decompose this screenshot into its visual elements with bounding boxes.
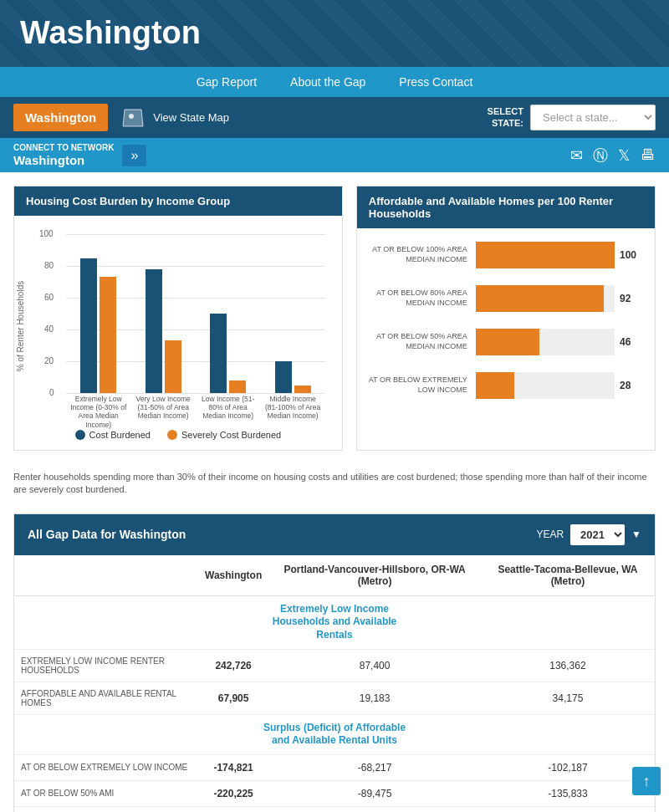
connect-label: CONNECT TO NETWORK [13,143,114,153]
connect-row: CONNECT TO NETWORK Washington » ✉ Ⓝ 𝕏 🖶 [0,138,669,172]
connect-arrows-button[interactable]: » [122,145,146,166]
email-icon[interactable]: ✉ [570,146,583,165]
horiz-bar-wrap-100ami: 100 [476,242,645,268]
cell-deficit-eli-wa: -174,821 [198,754,268,780]
horiz-label-80ami: AT OR BELOW 80% AREA MEDIAN INCOME [367,289,467,308]
horiz-bar-bg-100ami [476,242,615,268]
table-row: EXTREMELY LOW INCOME RENTER HOUSEHOLDS 2… [14,649,655,682]
state-badge: Washington [13,104,108,131]
chart-note: Renter households spending more than 30%… [13,464,656,500]
horiz-label-50ami: AT OR BELOW 50% AREA MEDIAN INCOME [367,332,467,351]
horiz-bar-eli: AT OR BELOW EXTREMELY LOW INCOME 28 [367,372,645,399]
row-label-eli-households: EXTREMELY LOW INCOME RENTER HOUSEHOLDS [14,649,198,682]
view-map-button[interactable]: View State Map [118,106,477,130]
cell-eli-households-portland: 87,400 [268,649,481,682]
table-row: Extremely Low IncomeHouseholds and Avail… [14,595,655,649]
x-label-4: Middle Income (81-100% of Area Median In… [263,395,322,426]
housing-cost-chart-body: % of Renter Households 100 80 60 40 [14,216,342,450]
nav-press-contact[interactable]: Press Contact [399,75,472,89]
cell-deficit-eli-seattle: -102,187 [481,754,655,780]
horiz-bar-fill-100ami [476,242,615,268]
bar-group-4 [275,234,311,393]
horiz-bar-100ami: AT OR BELOW 100% AREA MEDIAN INCOME 100 [367,242,645,268]
y-tick-40: 40 [44,324,54,334]
connect-state: Washington [13,153,114,167]
horiz-value-100ami: 100 [620,249,645,261]
x-labels: Extremely Low Income (0-30% of Area Medi… [66,395,325,426]
twitter-icon[interactable]: 𝕏 [618,146,631,165]
select-state-label: SELECTSTATE: [488,106,523,128]
bars-area [66,234,325,393]
horiz-bar-50ami: AT OR BELOW 50% AREA MEDIAN INCOME 46 [367,329,645,355]
select-state-area: SELECTSTATE: Select a state... [488,105,656,130]
cell-affordable-rentals-wa: 67,905 [198,682,268,714]
main-content: Housing Cost Burden by Income Group % of… [0,172,669,812]
horiz-value-eli: 28 [620,380,645,391]
y-tick-60: 60 [44,293,54,302]
header-banner: Washington [0,0,669,67]
nav-gap-report[interactable]: Gap Report [197,75,257,89]
charts-row: Housing Cost Burden by Income Group % of… [13,186,656,451]
scroll-to-top-button[interactable]: ↑ [632,767,661,795]
legend-label-blue: Cost Burdened [89,430,151,440]
table-row: Surplus (Deficit) of Affordableand Avail… [14,714,655,754]
horiz-label-eli: AT OR BELOW EXTREMELY LOW INCOME [367,375,467,395]
legend-cost-burdened: Cost Burdened [75,430,151,440]
bar-group-1 [80,234,116,393]
year-dropdown[interactable]: 2021 2020 2019 [570,524,625,545]
svg-point-0 [129,114,134,119]
connect-icons: ✉ Ⓝ 𝕏 🖶 [570,146,656,166]
housing-cost-chart-header: Housing Cost Burden by Income Group [14,186,342,216]
x-label-2: Very Low Income (31-50% of Area Median I… [134,395,192,426]
bar-li-orange [229,380,246,393]
legend-severely-cost-burdened: Severely Cost Burdened [167,430,281,440]
cell-eli-households-wa: 242,726 [198,649,268,682]
cell-affordable-rentals-seattle: 34,175 [481,682,655,714]
bar-mi-orange [294,386,311,394]
bar-li-blue [210,314,227,393]
horiz-bar-wrap-eli: 28 [476,372,645,399]
row-label-deficit-50ami: AT OR BELOW 50% AMI [14,780,198,806]
x-label-3: Low Income (51-80% of Area Median Income… [199,395,258,426]
y-tick-20: 20 [44,356,54,365]
table-row: AT OR BELOW 50% AMI -220,225 -89,475 -13… [14,780,655,806]
nav-bar: Gap Report About the Gap Press Contact [0,67,669,97]
print-icon[interactable]: 🖶 [641,146,656,164]
horiz-bar-wrap-50ami: 46 [476,329,645,355]
col-header-empty [14,555,198,596]
year-label: YEAR [536,529,564,540]
cell-deficit-eli-portland: -68,217 [268,754,481,780]
map-icon [118,106,148,130]
affordable-chart: Affordable and Available Homes per 100 R… [356,186,656,451]
gap-table-title: All Gap Data for Washington [28,528,186,541]
facebook-icon[interactable]: Ⓝ [593,146,608,166]
y-tick-80: 80 [44,261,54,270]
page-title: Washington [20,15,649,51]
horiz-value-50ami: 46 [620,336,645,348]
bar-eli-blue [80,258,97,394]
nav-about-gap[interactable]: About the Gap [290,75,365,89]
cell-affordable-rentals-portland: 19,183 [268,682,481,714]
section-label-eli: Extremely Low IncomeHouseholds and Avail… [14,595,655,649]
horiz-bar-wrap-80ami: 92 [476,285,645,312]
row-label-affordable-rentals: AFFORDABLE AND AVAILABLE RENTAL HOMES [14,682,198,714]
table-row: Affordable and Available RentalUnits per… [14,806,655,812]
horiz-bar-bg-50ami [476,329,615,355]
state-selector-row: Washington View State Map SELECTSTATE: S… [0,97,669,138]
chart-legend: Cost Burdened Severely Cost Burdened [24,430,332,440]
connect-left: CONNECT TO NETWORK Washington » [13,143,146,167]
y-tick-0: 0 [49,388,54,397]
affordable-chart-header: Affordable and Available Homes per 100 R… [357,186,655,228]
legend-label-orange: Severely Cost Burdened [181,430,281,440]
table-header-row: Washington Portland-Vancouver-Hillsboro,… [14,555,655,596]
state-dropdown[interactable]: Select a state... [530,105,656,130]
section-label-per100: Affordable and Available RentalUnits per… [14,806,655,812]
horiz-bar-fill-50ami [476,329,539,355]
cell-deficit-50ami-portland: -89,475 [268,780,481,806]
data-table: Washington Portland-Vancouver-Hillsboro,… [14,555,655,812]
section-label-surplus: Surplus (Deficit) of Affordableand Avail… [14,714,655,754]
view-map-label: View State Map [153,111,229,124]
y-tick-100: 100 [39,229,54,238]
dropdown-arrow: ▼ [631,529,641,540]
bar-group-2 [146,234,181,393]
